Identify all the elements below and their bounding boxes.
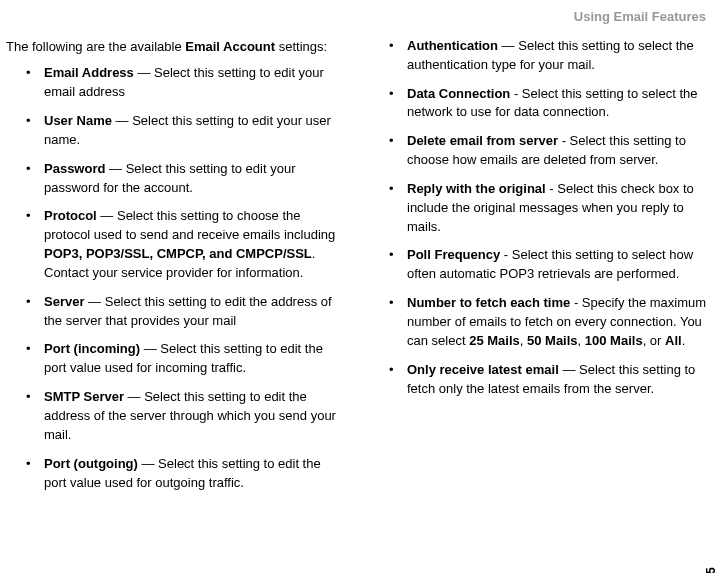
text-segment: .: [682, 333, 686, 348]
list-item: Password — Select this setting to edit y…: [26, 160, 345, 198]
page-number: 85: [703, 567, 720, 573]
bold-segment: All: [665, 333, 682, 348]
list-item: Reply with the original - Select this ch…: [389, 180, 708, 237]
list-item: SMTP Server — Select this setting to edi…: [26, 388, 345, 445]
bold-segment: POP3, POP3/SSL, CMPCP, and CMPCP/SSL: [44, 246, 312, 261]
list-item: Only receive latest email — Select this …: [389, 361, 708, 399]
bold-segment: 100 Mails: [585, 333, 643, 348]
separator: —: [112, 113, 132, 128]
setting-term: Delete email from server: [407, 133, 558, 148]
page-header: Using Email Features: [6, 8, 708, 27]
separator: —: [124, 389, 144, 404]
separator: —: [134, 65, 154, 80]
separator: —: [105, 161, 125, 176]
separator: —: [559, 362, 579, 377]
setting-term: Poll Frequency: [407, 247, 500, 262]
list-item: Server — Select this setting to edit the…: [26, 293, 345, 331]
setting-term: Server: [44, 294, 84, 309]
text-segment: , or: [643, 333, 665, 348]
list-item: Email Address — Select this setting to e…: [26, 64, 345, 102]
list-item: Number to fetch each time - Specify the …: [389, 294, 708, 351]
setting-term: Port (incoming): [44, 341, 140, 356]
list-item: Port (incoming) — Select this setting to…: [26, 340, 345, 378]
list-item: Data Connection - Select this setting to…: [389, 85, 708, 123]
intro-text: The following are the available Email Ac…: [6, 37, 345, 57]
separator: —: [97, 208, 117, 223]
settings-list-left: Email Address — Select this setting to e…: [6, 64, 345, 492]
intro-pre: The following are the available: [6, 39, 185, 54]
list-item: Protocol — Select this setting to choose…: [26, 207, 345, 282]
setting-term: Only receive latest email: [407, 362, 559, 377]
separator: -: [570, 295, 582, 310]
setting-term: SMTP Server: [44, 389, 124, 404]
setting-term: Email Address: [44, 65, 134, 80]
settings-list-right: Authentication — Select this setting to …: [369, 37, 708, 399]
list-item: Authentication — Select this setting to …: [389, 37, 708, 75]
setting-term: Number to fetch each time: [407, 295, 570, 310]
list-item: Delete email from server - Select this s…: [389, 132, 708, 170]
bold-segment: 50 Mails: [527, 333, 578, 348]
separator: —: [138, 456, 158, 471]
setting-term: Password: [44, 161, 105, 176]
bold-segment: 25 Mails: [469, 333, 520, 348]
text-segment: ,: [578, 333, 585, 348]
separator: —: [140, 341, 160, 356]
separator: —: [84, 294, 104, 309]
setting-term: Data Connection: [407, 86, 510, 101]
setting-term: Authentication: [407, 38, 498, 53]
list-item: Port (outgoing) — Select this setting to…: [26, 455, 345, 493]
separator: -: [500, 247, 512, 262]
setting-term: Protocol: [44, 208, 97, 223]
separator: -: [558, 133, 570, 148]
content-columns: The following are the available Email Ac…: [6, 37, 708, 503]
intro-bold: Email Account: [185, 39, 275, 54]
right-column: Authentication — Select this setting to …: [369, 37, 708, 503]
separator: -: [546, 181, 558, 196]
setting-term: Port (outgoing): [44, 456, 138, 471]
list-item: Poll Frequency - Select this setting to …: [389, 246, 708, 284]
intro-post: settings:: [275, 39, 327, 54]
left-column: The following are the available Email Ac…: [6, 37, 345, 503]
separator: -: [510, 86, 522, 101]
setting-term: Reply with the original: [407, 181, 546, 196]
separator: —: [498, 38, 518, 53]
list-item: User Name — Select this setting to edit …: [26, 112, 345, 150]
text-segment: ,: [520, 333, 527, 348]
setting-term: User Name: [44, 113, 112, 128]
